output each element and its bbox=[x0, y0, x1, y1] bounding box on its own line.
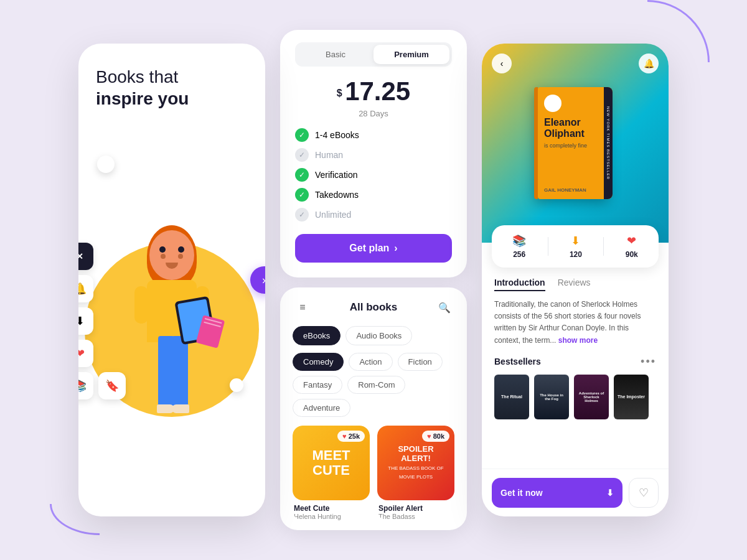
tab-reviews[interactable]: Reviews bbox=[558, 278, 591, 291]
download-btn-icon: ⬇ bbox=[606, 488, 614, 498]
book-likes-meet-cute: ♥ 25k bbox=[337, 431, 365, 442]
book-info-spoiler: Spoiler Alert The Badass bbox=[377, 500, 454, 520]
book-title-eleanor: EleanorOliphant bbox=[544, 117, 606, 140]
stat-likes: ❤ 90k bbox=[626, 234, 638, 259]
pages-value: 256 bbox=[513, 250, 525, 259]
book-likes-spoiler: ♥ 80k bbox=[422, 431, 449, 442]
get-plan-button[interactable]: Get plan › bbox=[295, 234, 452, 263]
girl-foot-right bbox=[172, 404, 189, 413]
feature-verification: ✓ Verification bbox=[295, 168, 452, 182]
notification-button[interactable]: 🔔 bbox=[78, 275, 93, 302]
tab-audiobooks[interactable]: Audio Books bbox=[345, 326, 412, 345]
notification-button-right[interactable]: 🔔 bbox=[639, 54, 659, 73]
feature-label-takedowns: Takedowns bbox=[315, 190, 359, 200]
feature-list: ✓ 1-4 eBooks ✓ Human ✓ Verification ✓ Ta… bbox=[295, 128, 452, 222]
search-button[interactable]: 🔍 bbox=[435, 297, 454, 317]
bestsellers-header: Bestsellers ••• bbox=[494, 355, 656, 368]
stats-bar: 📚 256 ⬇ 120 ❤ 90k bbox=[492, 225, 659, 268]
feature-label-verification: Verification bbox=[315, 170, 357, 180]
book-info-meet-cute: Meet Cute Helena Hunting bbox=[293, 500, 370, 520]
middle-column: Basic Premium $ 17.25 28 Days ✓ 1-4 eBoo… bbox=[280, 30, 467, 530]
stat-divider-1 bbox=[548, 237, 548, 256]
icon-toolbar: ✕ 🔔 ⬇ ❤ 📚 🔖 bbox=[78, 243, 126, 399]
nyt-bestseller-strip: NEW YORK TIMES BESTSELLER bbox=[604, 87, 613, 199]
books-title: All books bbox=[350, 301, 398, 314]
price-display: $ 17.25 bbox=[295, 77, 452, 106]
book-author-spoiler: The Badass bbox=[378, 513, 453, 520]
tab-basic[interactable]: Basic bbox=[298, 45, 374, 64]
genre-fantasy[interactable]: Fantasy bbox=[293, 376, 342, 394]
get-it-now-button[interactable]: Get it now ⬇ bbox=[492, 478, 622, 508]
book-badge-circle bbox=[544, 95, 561, 112]
check-ebooks: ✓ bbox=[295, 128, 309, 142]
bookmark-button[interactable]: 🔖 bbox=[98, 372, 126, 399]
books-header: ≡ All books 🔍 bbox=[293, 297, 454, 317]
tab-ebooks[interactable]: eBooks bbox=[293, 326, 341, 345]
deco-circle-1 bbox=[97, 156, 115, 173]
girl-leg-right bbox=[172, 336, 188, 411]
book-spoiler-alert[interactable]: SPOILERALERT!THE BADASS BOOK OF MOVIE PL… bbox=[377, 426, 454, 520]
book-meet-cute[interactable]: MEETCUTE ♥ 25k Meet Cute Helena Hunting bbox=[293, 426, 370, 520]
price-period: 28 Days bbox=[295, 109, 452, 118]
tab-premium[interactable]: Premium bbox=[374, 45, 449, 64]
show-more-link[interactable]: show more bbox=[558, 336, 598, 345]
book-cover-spoiler: SPOILERALERT!THE BADASS BOOK OF MOVIE PL… bbox=[377, 426, 454, 500]
book-detail-content: Introduction Reviews Traditionally, the … bbox=[482, 268, 669, 469]
download-button[interactable]: ⬇ bbox=[78, 307, 93, 335]
pricing-card: Basic Premium $ 17.25 28 Days ✓ 1-4 eBoo… bbox=[280, 30, 467, 278]
books-button[interactable]: 📚 bbox=[78, 372, 93, 399]
feature-human: ✓ Human bbox=[295, 148, 452, 162]
feature-takedowns: ✓ Takedowns bbox=[295, 188, 452, 202]
bestsellers-section: Bestsellers ••• The Ritual The House in … bbox=[494, 355, 656, 419]
genre-adventure[interactable]: Adventure bbox=[293, 399, 350, 417]
stat-divider-2 bbox=[603, 237, 604, 256]
pages-icon: 📚 bbox=[512, 234, 526, 248]
more-options-button[interactable]: ••• bbox=[641, 355, 656, 368]
close-button[interactable]: ✕ bbox=[78, 243, 93, 270]
bestseller-covers: The Ritual The House in the Fog Adventur… bbox=[494, 375, 656, 419]
stat-downloads: ⬇ 120 bbox=[570, 234, 582, 259]
feature-ebooks: ✓ 1-4 eBooks bbox=[295, 128, 452, 142]
price-amount: 17.25 bbox=[345, 77, 410, 106]
genre-comedy[interactable]: Comedy bbox=[293, 353, 344, 371]
book-title-spoiler: Spoiler Alert bbox=[378, 504, 453, 513]
genre-tags: Comedy Action Fiction Fantasy Rom-Com Ad… bbox=[293, 353, 454, 417]
feature-unlimited: ✓ Unlimited bbox=[295, 208, 452, 222]
books-card: ≡ All books 🔍 eBooks Audio Books Comedy … bbox=[280, 287, 467, 530]
feature-label-human: Human bbox=[315, 150, 343, 160]
book-description: Traditionally, the canon of Sherlock Hol… bbox=[494, 299, 656, 347]
genre-fiction[interactable]: Fiction bbox=[398, 353, 443, 371]
book-subtitle-eleanor: is completely fine bbox=[544, 142, 606, 149]
type-tabs: eBooks Audio Books bbox=[293, 326, 454, 345]
heart-button[interactable]: ❤ bbox=[78, 340, 93, 367]
check-unlimited: ✓ bbox=[295, 208, 309, 222]
book-grid: MEETCUTE ♥ 25k Meet Cute Helena Hunting … bbox=[293, 426, 454, 520]
download-icon: ⬇ bbox=[571, 234, 580, 248]
girl-head bbox=[149, 230, 194, 280]
tab-introduction[interactable]: Introduction bbox=[494, 278, 545, 291]
genre-action[interactable]: Action bbox=[349, 353, 392, 371]
phone-left: Books that inspire you bbox=[78, 44, 265, 516]
downloads-value: 120 bbox=[570, 250, 582, 259]
bestseller-ritual[interactable]: The Ritual bbox=[494, 375, 529, 419]
price-currency: $ bbox=[337, 88, 342, 98]
check-verification: ✓ bbox=[295, 168, 309, 182]
genre-romcom[interactable]: Rom-Com bbox=[347, 376, 405, 394]
wishlist-heart-icon: ♡ bbox=[639, 486, 649, 500]
book-author-meet-cute: Helena Hunting bbox=[294, 513, 369, 520]
book-author-eleanor: GAIL HONEYMAN bbox=[544, 187, 586, 193]
bestseller-imposter[interactable]: The Imposter bbox=[614, 375, 649, 419]
bestseller-sherlock[interactable]: Adventures of Sherlock Holmes bbox=[574, 375, 609, 419]
feature-label-ebooks: 1-4 eBooks bbox=[315, 130, 359, 140]
book-actions: Get it now ⬇ ♡ bbox=[482, 469, 669, 516]
book-hero: ‹ 🔔 EleanorOliphant is completely fine G… bbox=[482, 44, 669, 243]
book-cover-meet-cute: MEETCUTE ♥ 25k bbox=[293, 426, 370, 500]
likes-value: 90k bbox=[626, 250, 638, 259]
bestseller-house[interactable]: The House in the Fog bbox=[534, 375, 569, 419]
detail-tabs: Introduction Reviews bbox=[494, 278, 656, 291]
back-button[interactable]: ‹ bbox=[492, 54, 512, 73]
check-takedowns: ✓ bbox=[295, 188, 309, 202]
book-title-meet-cute: Meet Cute bbox=[294, 504, 369, 513]
wishlist-button[interactable]: ♡ bbox=[629, 478, 659, 508]
menu-icon[interactable]: ≡ bbox=[293, 297, 312, 317]
